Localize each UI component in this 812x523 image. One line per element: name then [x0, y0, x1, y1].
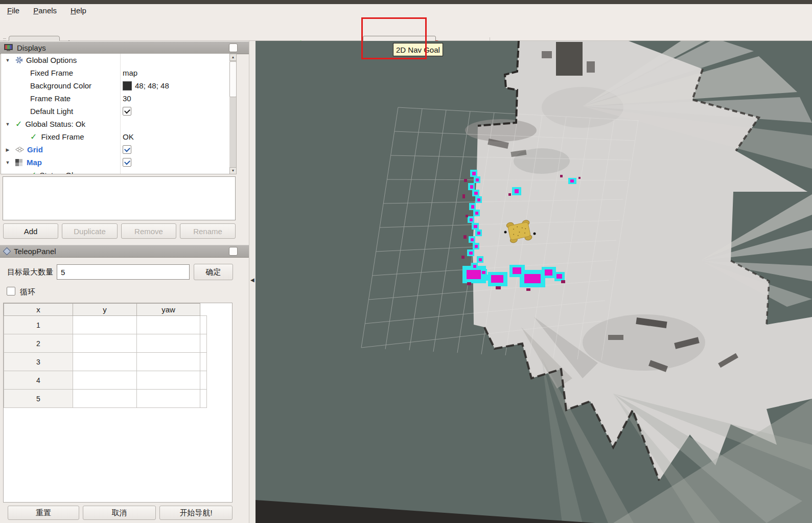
goal-table[interactable]: x y yaw 1 2 3 4 5 [3, 303, 233, 503]
row-header: 1 [4, 316, 73, 334]
column-header-y[interactable]: y [73, 304, 137, 316]
add-display-button[interactable]: Add [3, 223, 58, 239]
remove-display-button[interactable]: Remove [121, 223, 176, 239]
grid-icon [15, 147, 24, 152]
row-header: 4 [4, 371, 73, 390]
displays-panel-title: Displays [17, 43, 46, 52]
tree-column-divider[interactable] [120, 54, 121, 174]
nav-goal-tooltip: 2D Nav Goal [393, 43, 443, 56]
displays-float-button[interactable] [229, 43, 238, 52]
left-panel-column: Displays ▼ Global Options Fixed Frame ma… [0, 41, 249, 523]
rename-display-button[interactable]: Rename [180, 223, 236, 239]
expander-icon[interactable]: ▼ [4, 160, 11, 165]
default-light-checkbox[interactable] [123, 107, 131, 116]
teleop-panel-title: TeleopPanel [14, 247, 56, 256]
cell-x[interactable] [73, 353, 137, 371]
display-description-box [3, 176, 236, 220]
laser-point-right [533, 233, 536, 235]
goal-row-4: 4 [4, 371, 207, 390]
cell-x[interactable] [73, 316, 137, 334]
displays-panel-header[interactable]: Displays [0, 41, 249, 54]
panel-splitter[interactable]: ◀ [249, 41, 256, 523]
loop-checkbox[interactable] [7, 287, 15, 295]
row-label: Global Options [26, 56, 77, 64]
cell-y[interactable] [137, 334, 200, 353]
scroll-up-button[interactable]: ▲ [229, 54, 237, 61]
3d-viewport[interactable] [256, 41, 812, 523]
reset-label: 重置 [36, 508, 51, 518]
fixed-frame-value[interactable]: map [123, 66, 225, 79]
background-color-value[interactable]: 48; 48; 48 [123, 79, 225, 92]
max-goal-input[interactable] [57, 264, 190, 280]
tooltip-text: 2D Nav Goal [396, 46, 440, 54]
confirm-button[interactable]: 确定 [194, 264, 233, 280]
goal-row-3: 3 [4, 353, 207, 371]
expander-icon[interactable]: ▶ [4, 147, 11, 152]
displays-tree[interactable]: ▼ Global Options Fixed Frame map Backgro… [1, 54, 237, 174]
expander-icon[interactable]: ▶ [21, 173, 29, 175]
cell-x[interactable] [73, 371, 137, 390]
remove-label: Remove [134, 227, 163, 236]
cell-yaw[interactable] [200, 353, 207, 371]
menu-file[interactable]: File [7, 6, 19, 15]
cell-yaw[interactable] [200, 334, 207, 353]
menu-help[interactable]: Help [71, 6, 86, 15]
tree-row-fixed-frame[interactable]: Fixed Frame [1, 66, 120, 79]
scrollbar-thumb[interactable] [229, 61, 237, 97]
tree-row-map[interactable]: ▼ Map [1, 156, 120, 169]
cancel-button[interactable]: 取消 [83, 506, 156, 520]
expander-icon[interactable]: ▼ [4, 58, 11, 63]
tree-row-background-color[interactable]: Background Color [1, 79, 120, 92]
tree-row-global-options[interactable]: ▼ Global Options [1, 54, 120, 66]
value-text: OK [123, 132, 134, 141]
row-label: Map [27, 158, 42, 167]
duplicate-display-button[interactable]: Duplicate [62, 223, 118, 239]
tree-row-fixed-frame-status[interactable]: ✓ Fixed Frame [1, 130, 120, 143]
grid-enabled-value [123, 143, 225, 156]
tree-row-global-status[interactable]: ▼ ✓ Global Status: Ok [1, 118, 120, 130]
cell-y[interactable] [137, 353, 200, 371]
laser-point-left [504, 231, 507, 234]
menu-panels[interactable]: Panels [33, 6, 57, 15]
row-label: Global Status: Ok [25, 120, 85, 128]
cell-y[interactable] [137, 371, 200, 390]
row-label: Background Color [30, 81, 91, 90]
row-label: Fixed Frame [41, 132, 84, 141]
teleop-float-button[interactable] [229, 247, 238, 256]
cell-x[interactable] [73, 334, 137, 353]
start-navigation-button[interactable]: 开始导航! [159, 506, 233, 520]
map-checkbox[interactable] [123, 158, 131, 167]
grid-checkbox[interactable] [123, 145, 131, 154]
row-label: Frame Rate [30, 94, 71, 103]
value-text: 30 [123, 94, 131, 103]
tree-row-default-light[interactable]: Default Light [1, 105, 120, 118]
duplicate-label: Duplicate [74, 227, 106, 236]
tree-row-map-status[interactable]: ▶ ✓ Status: Ok [1, 169, 120, 174]
max-goal-label: 目标最大数量 [7, 267, 53, 277]
cell-yaw[interactable] [200, 390, 207, 408]
cell-yaw[interactable] [200, 316, 207, 334]
column-header-yaw[interactable]: yaw [137, 304, 200, 316]
tree-row-grid[interactable]: ▶ Grid [1, 143, 120, 156]
cell-yaw[interactable] [200, 371, 207, 390]
splitter-collapse-handle[interactable]: ◀ [250, 277, 254, 283]
loop-label: 循环 [20, 287, 35, 297]
tree-scrollbar[interactable]: ▲ ▼ [229, 54, 237, 174]
cell-x[interactable] [73, 390, 137, 408]
expander-icon[interactable]: ▼ [4, 122, 11, 127]
fixed-frame-status-value: OK [123, 130, 225, 143]
row-header: 2 [4, 334, 73, 353]
frame-rate-value[interactable]: 30 [123, 92, 225, 105]
goal-table-header-row: x y yaw [4, 304, 207, 316]
reset-button[interactable]: 重置 [8, 506, 79, 520]
teleop-panel-header[interactable]: TeleopPanel [0, 245, 249, 258]
column-header-x[interactable]: x [4, 304, 73, 316]
goal-row-2: 2 [4, 334, 207, 353]
color-swatch [123, 81, 132, 90]
scroll-down-button[interactable]: ▼ [229, 167, 237, 174]
cancel-label: 取消 [112, 508, 127, 518]
teleop-diamond-icon [3, 247, 11, 256]
tree-row-frame-rate[interactable]: Frame Rate [1, 92, 120, 105]
cell-y[interactable] [137, 390, 200, 408]
cell-y[interactable] [137, 316, 200, 334]
